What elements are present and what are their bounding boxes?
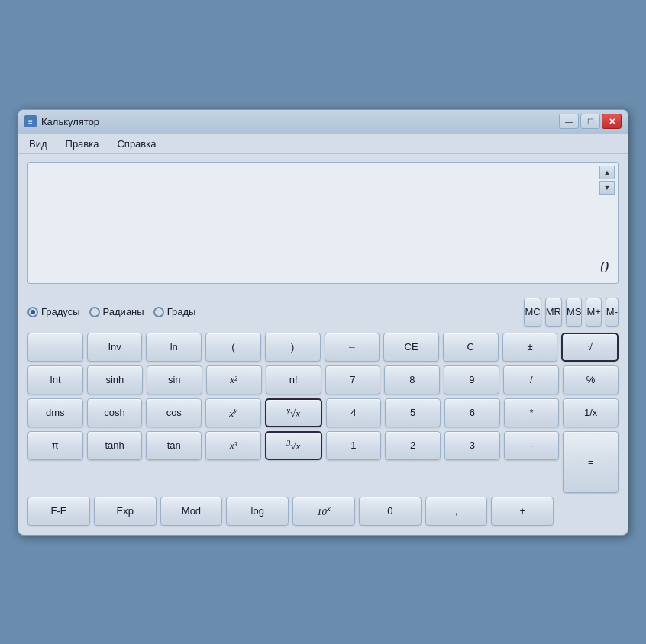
btn-lparen[interactable]: (	[205, 333, 261, 362]
btn-row-4: π tanh tan x³ 3√x 1 2 3 - =	[27, 431, 619, 493]
btn-row-2: Int sinh sin x² n! 7 8 9 / %	[27, 365, 619, 394]
btn-x3[interactable]: x³	[205, 431, 261, 460]
btn-4[interactable]: 4	[326, 398, 382, 427]
btn-yroot[interactable]: y√x	[265, 398, 322, 427]
window-title: Калькулятор	[41, 116, 99, 127]
scroll-up-button[interactable]: ▲	[599, 166, 615, 179]
btn-mod[interactable]: Mod	[160, 497, 223, 526]
btn-sinh[interactable]: sinh	[87, 365, 143, 394]
btn-10x[interactable]: 10x	[292, 497, 355, 526]
btn-log[interactable]: log	[226, 497, 289, 526]
btn-8[interactable]: 8	[384, 365, 440, 394]
display-area: ▲ ▼ 0	[27, 162, 619, 284]
btn-inv[interactable]: Inv	[87, 333, 143, 362]
btn-1[interactable]: 1	[326, 431, 382, 460]
menu-view[interactable]: Вид	[24, 137, 52, 151]
btn-7[interactable]: 7	[325, 365, 381, 394]
menu-edit[interactable]: Правка	[61, 137, 104, 151]
btn-cosh[interactable]: cosh	[87, 398, 143, 427]
mode-row: Градусы Радианы Грады MC MR MS M+ M-	[27, 298, 619, 327]
btn-factorial[interactable]: n!	[266, 365, 321, 394]
btn-c[interactable]: C	[443, 333, 499, 362]
btn-mminus[interactable]: M-	[606, 298, 619, 327]
btn-cbrt[interactable]: 3√x	[265, 431, 322, 460]
btn-mplus[interactable]: M+	[586, 298, 601, 327]
btn-ce[interactable]: CE	[383, 333, 439, 362]
btn-int[interactable]: Int	[27, 365, 83, 394]
btn-plus[interactable]: +	[491, 497, 554, 526]
btn-empty1[interactable]	[27, 333, 83, 362]
btn-0[interactable]: 0	[359, 497, 422, 526]
close-button[interactable]: ✕	[602, 114, 622, 129]
btn-mr[interactable]: MR	[545, 298, 562, 327]
btn-2[interactable]: 2	[385, 431, 441, 460]
btn-xy[interactable]: xy	[205, 398, 261, 427]
buttons-grid: Inv ln ( ) ← CE C ± √ Int sinh sin x² n!…	[27, 333, 619, 526]
btn-3[interactable]: 3	[444, 431, 500, 460]
btn-row-5: F-E Exp Mod log 10x 0 , +	[27, 497, 619, 526]
menu-help[interactable]: Справка	[112, 137, 160, 151]
btn-multiply[interactable]: *	[504, 398, 560, 427]
app-icon: ≡	[24, 115, 37, 127]
btn-comma[interactable]: ,	[425, 497, 488, 526]
btn-mc[interactable]: MC	[524, 298, 541, 327]
maximize-button[interactable]: ☐	[580, 114, 600, 129]
btn-ln[interactable]: ln	[146, 333, 202, 362]
equals-spacer	[557, 497, 619, 526]
titlebar: ≡ Калькулятор — ☐ ✕	[18, 110, 628, 134]
display-value: 0	[600, 257, 609, 277]
btn-9[interactable]: 9	[444, 365, 499, 394]
calc-body: Градусы Радианы Грады MC MR MS M+ M-	[18, 291, 628, 535]
radio-degrees[interactable]: Градусы	[27, 306, 80, 317]
btn-minus[interactable]: -	[504, 431, 560, 460]
btn-pi[interactable]: π	[27, 431, 83, 460]
scroll-down-button[interactable]: ▼	[599, 181, 615, 195]
minimize-button[interactable]: —	[559, 114, 579, 129]
btn-divide[interactable]: /	[503, 365, 559, 394]
btn-equals[interactable]: =	[563, 431, 619, 493]
btn-row-1: Inv ln ( ) ← CE C ± √	[27, 333, 619, 362]
radio-grads[interactable]: Грады	[153, 306, 196, 317]
btn-sin[interactable]: sin	[147, 365, 202, 394]
btn-sqrt[interactable]: √	[561, 333, 619, 362]
btn-6[interactable]: 6	[444, 398, 500, 427]
btn-cos[interactable]: cos	[146, 398, 202, 427]
btn-fe[interactable]: F-E	[27, 497, 90, 526]
radio-radians-circle	[89, 307, 100, 317]
radio-radians[interactable]: Радианы	[89, 306, 144, 317]
btn-tan[interactable]: tan	[146, 431, 202, 460]
memory-buttons: MC MR MS M+ M-	[524, 298, 619, 327]
radio-degrees-circle	[27, 307, 38, 317]
btn-reciprocal[interactable]: 1/x	[563, 398, 619, 427]
btn-ms[interactable]: MS	[566, 298, 583, 327]
titlebar-left: ≡ Калькулятор	[24, 115, 99, 127]
btn-tanh[interactable]: tanh	[87, 431, 143, 460]
radio-group: Градусы Радианы Грады	[27, 306, 519, 317]
btn-x2[interactable]: x²	[206, 365, 262, 394]
btn-5[interactable]: 5	[385, 398, 441, 427]
radio-grads-circle	[153, 307, 164, 317]
btn-dms[interactable]: dms	[27, 398, 83, 427]
btn-backspace[interactable]: ←	[325, 333, 380, 362]
btn-rparen[interactable]: )	[265, 333, 321, 362]
btn-percent[interactable]: %	[563, 365, 619, 394]
btn-exp[interactable]: Exp	[94, 497, 157, 526]
menubar: Вид Правка Справка	[18, 134, 628, 154]
window-controls: — ☐ ✕	[559, 114, 622, 129]
btn-row-3: dms cosh cos xy y√x 4 5 6 * 1/x	[27, 398, 619, 427]
btn-plusminus[interactable]: ±	[502, 333, 558, 362]
calculator-window: ≡ Калькулятор — ☐ ✕ Вид Правка Справка ▲…	[18, 109, 628, 536]
